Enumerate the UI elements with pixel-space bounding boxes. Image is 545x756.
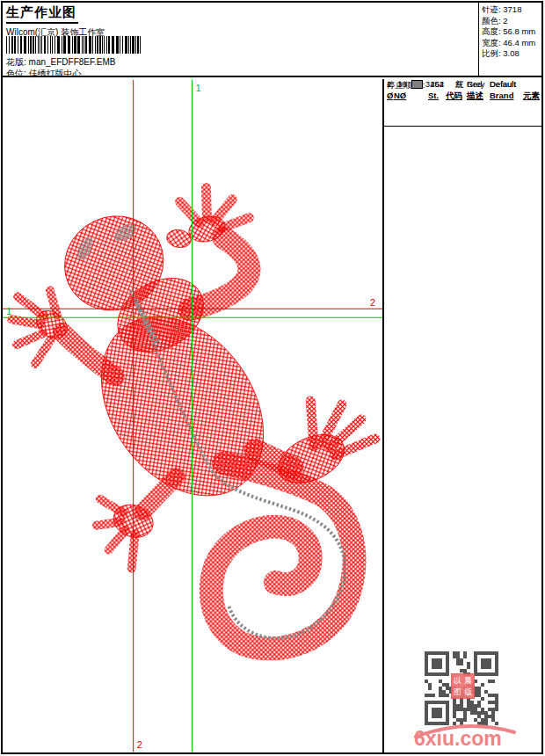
col-stitches: St.	[428, 91, 439, 100]
header-left: 生产作业图 Wilcom(汇京) 装饰工作室	[6, 4, 477, 39]
design-canvas: 1 1 2 2	[3, 79, 382, 752]
stamp-char: 以	[454, 676, 461, 685]
col-brand: Brand	[490, 91, 513, 100]
row2-color-swatch	[411, 80, 423, 89]
end-marker-right: 2	[370, 297, 375, 308]
colorway-row: 色位: 佳绣打版中心	[6, 68, 82, 80]
gecko-design: 1 1 2 2	[3, 79, 382, 752]
watermark-swoosh	[414, 722, 516, 739]
red-stamp: 以 晨 图 版	[451, 673, 475, 699]
stamp-char: 版	[464, 687, 472, 696]
design-file-row: 花版: man_EFDFF8EF.EMB	[6, 56, 115, 69]
row2-code: 灰	[455, 79, 464, 91]
end-marker-bottom: 2	[137, 739, 142, 750]
design-file-label: 花版:	[6, 57, 26, 67]
colorway-label: 色位:	[6, 69, 26, 78]
stop-sequence-panel: 停止顺序 : Ø NØ St. 代码 描述 Brand 元素 1. 3 3262…	[382, 79, 541, 752]
row2-needle: 18	[397, 79, 407, 89]
stat-stitches: 针迹: 3718	[482, 4, 541, 16]
stamp-char: 晨	[464, 676, 472, 685]
stat-width: 宽度: 46.4 mm	[482, 38, 541, 49]
stat-scale: 比例: 3.08	[482, 48, 541, 60]
gecko-tail	[211, 463, 354, 649]
header: 生产作业图 Wilcom(汇京) 装饰工作室 花版: man_EFDFF8EF.…	[3, 3, 541, 77]
row2-stitches: 454	[423, 79, 444, 89]
stamp-char: 图	[454, 687, 461, 696]
design-file-value: man_EFDFF8EF.EMB	[29, 57, 116, 67]
gecko-front-thumb	[165, 228, 193, 250]
design-stats-box: 针迹: 3718 颜色: 2 高度: 56.8 mm 宽度: 46.4 mm 比…	[478, 3, 541, 76]
row2-pos: 2.	[387, 79, 394, 89]
watermark: 6xiu.com	[414, 727, 516, 752]
row2-brand: Default	[490, 79, 516, 89]
colorway-value: 佳绣打版中心	[29, 69, 82, 78]
barcode	[6, 36, 145, 54]
start-marker-top: 1	[195, 83, 200, 93]
page-title: 生产作业图	[6, 4, 78, 24]
col-element: 元素	[523, 91, 540, 102]
col-description: 描述	[467, 91, 483, 102]
qr-code: 以 晨 图 版	[425, 651, 498, 725]
table-divider	[384, 126, 541, 127]
stat-height: 高度: 56.8 mm	[482, 26, 541, 38]
col-needle: NØ	[394, 91, 406, 100]
col-code: 代码	[446, 91, 462, 102]
stat-colors: 颜色: 2	[482, 16, 541, 27]
row2-description: Grey	[467, 79, 485, 89]
start-marker-left: 1	[6, 306, 11, 316]
col-seq: Ø	[387, 91, 393, 100]
worksheet-page: 生产作业图 Wilcom(汇京) 装饰工作室 花版: man_EFDFF8EF.…	[1, 1, 543, 754]
